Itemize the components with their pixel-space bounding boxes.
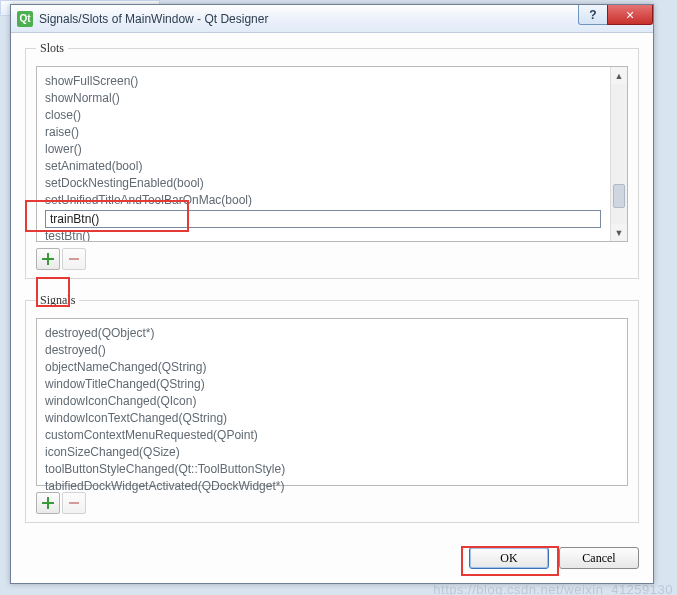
cancel-button[interactable]: Cancel <box>559 547 639 569</box>
remove-slot-button[interactable] <box>62 248 86 270</box>
add-slot-button[interactable] <box>36 248 60 270</box>
svg-rect-1 <box>42 258 54 260</box>
slots-toolbar <box>36 248 628 270</box>
plus-icon <box>41 252 55 266</box>
list-item[interactable]: destroyed() <box>45 342 619 359</box>
list-item[interactable]: lower() <box>45 141 601 158</box>
slots-listbox[interactable]: showFullScreen() showNormal() close() ra… <box>36 66 628 242</box>
list-item[interactable]: setDockNestingEnabled(bool) <box>45 175 601 192</box>
list-item[interactable]: windowIconTextChanged(QString) <box>45 410 619 427</box>
signals-toolbar <box>36 492 628 514</box>
titlebar[interactable]: Qt Signals/Slots of MainWindow - Qt Desi… <box>11 5 653 33</box>
svg-rect-2 <box>69 258 79 260</box>
slots-scrollbar[interactable]: ▲ ▼ <box>610 67 627 241</box>
list-item[interactable]: windowIconChanged(QIcon) <box>45 393 619 410</box>
list-item[interactable]: setAnimated(bool) <box>45 158 601 175</box>
list-item[interactable]: showFullScreen() <box>45 73 601 90</box>
list-item[interactable]: raise() <box>45 124 601 141</box>
remove-signal-button[interactable] <box>62 492 86 514</box>
window-buttons: ? × <box>578 5 653 32</box>
list-item[interactable]: close() <box>45 107 601 124</box>
list-item[interactable]: iconSizeChanged(QSize) <box>45 444 619 461</box>
scroll-down-icon[interactable]: ▼ <box>611 224 627 241</box>
signals-group: Signals destroyed(QObject*) destroyed() … <box>25 293 639 523</box>
help-button[interactable]: ? <box>578 5 608 25</box>
signals-listbox[interactable]: destroyed(QObject*) destroyed() objectNa… <box>36 318 628 486</box>
list-item[interactable]: setUnifiedTitleAndToolBarOnMac(bool) <box>45 192 601 209</box>
svg-rect-4 <box>42 502 54 504</box>
list-item[interactable]: windowTitleChanged(QString) <box>45 376 619 393</box>
list-item[interactable]: showNormal() <box>45 90 601 107</box>
signals-slots-dialog: Qt Signals/Slots of MainWindow - Qt Desi… <box>10 4 654 584</box>
list-item[interactable]: toolButtonStyleChanged(Qt::ToolButtonSty… <box>45 461 619 478</box>
dialog-button-row: OK Cancel <box>469 547 639 569</box>
list-item[interactable]: destroyed(QObject*) <box>45 325 619 342</box>
slots-list-inner: showFullScreen() showNormal() close() ra… <box>37 67 609 241</box>
signals-legend: Signals <box>36 293 79 308</box>
list-item[interactable]: customContextMenuRequested(QPoint) <box>45 427 619 444</box>
slots-group: Slots showFullScreen() showNormal() clos… <box>25 41 639 279</box>
scroll-track[interactable] <box>611 84 627 224</box>
slot-name-input[interactable] <box>45 210 601 228</box>
list-item[interactable]: objectNameChanged(QString) <box>45 359 619 376</box>
slots-legend: Slots <box>36 41 68 56</box>
slot-edit-row <box>45 210 601 228</box>
dialog-body: Slots showFullScreen() showNormal() clos… <box>25 41 639 569</box>
list-item[interactable]: testBtn() <box>45 228 601 241</box>
scroll-up-icon[interactable]: ▲ <box>611 67 627 84</box>
close-button[interactable]: × <box>607 5 653 25</box>
qt-logo-icon: Qt <box>17 11 33 27</box>
scroll-thumb[interactable] <box>613 184 625 208</box>
minus-icon <box>67 252 81 266</box>
plus-icon <box>41 496 55 510</box>
svg-rect-5 <box>69 502 79 504</box>
ok-button[interactable]: OK <box>469 547 549 569</box>
add-signal-button[interactable] <box>36 492 60 514</box>
minus-icon <box>67 496 81 510</box>
window-title: Signals/Slots of MainWindow - Qt Designe… <box>39 12 578 26</box>
